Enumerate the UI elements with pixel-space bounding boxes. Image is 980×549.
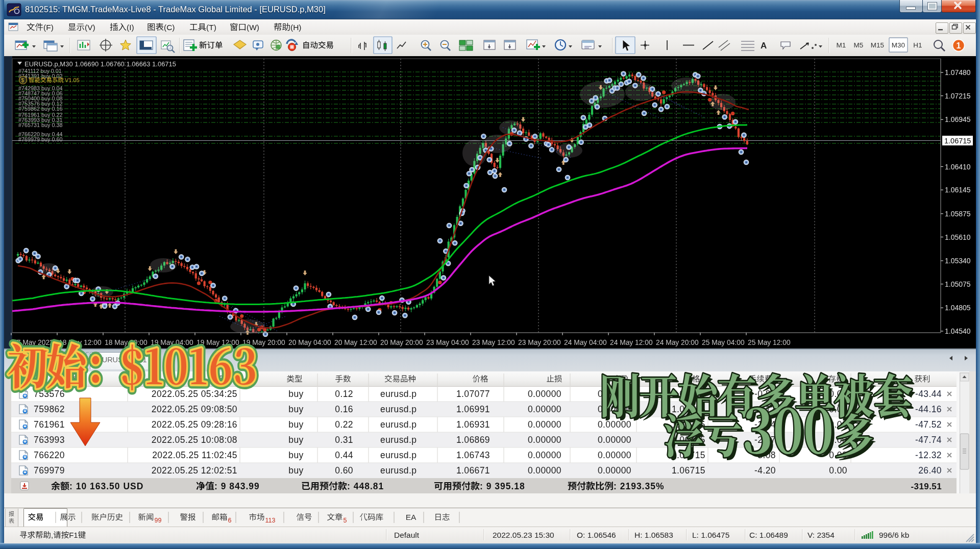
svg-text:Default: Default	[394, 531, 420, 539]
svg-text:: 9 395.18: : 9 395.18	[480, 481, 525, 491]
svg-text:0.00: 0.00	[829, 465, 847, 476]
svg-text:eurusd.p: eurusd.p	[380, 465, 416, 476]
svg-text:M5: M5	[854, 41, 864, 49]
svg-text:25 May 12:00: 25 May 12:00	[748, 339, 791, 346]
svg-text:H1: H1	[913, 41, 922, 49]
svg-text:: 448.81: : 448.81	[347, 481, 384, 491]
svg-text:F1: F1	[69, 531, 78, 539]
svg-text:#765731 buy 0.38: #765731 buy 0.38	[18, 122, 62, 128]
svg-text:buy: buy	[288, 450, 303, 460]
svg-text:1.07215: 1.07215	[945, 92, 971, 100]
svg-text:(C): (C)	[164, 23, 175, 32]
svg-text:: 2193.35%: : 2193.35%	[614, 481, 665, 491]
svg-text:1.06715: 1.06715	[944, 137, 971, 145]
svg-text:1.04540: 1.04540	[945, 327, 971, 335]
svg-text:: 10 163.50 USD: : 10 163.50 USD	[69, 481, 143, 491]
svg-text:2022.05.25 11:02:45: 2022.05.25 11:02:45	[152, 450, 237, 460]
svg-text:,: ,	[51, 531, 53, 539]
svg-text:113: 113	[265, 517, 276, 524]
svg-text:1.06671: 1.06671	[456, 465, 490, 476]
svg-text:buy: buy	[288, 435, 303, 445]
svg-text:1.06715: 1.06715	[672, 465, 705, 476]
svg-text:2022.05.23 15:30: 2022.05.23 15:30	[493, 531, 554, 539]
svg-text:5: 5	[344, 517, 347, 524]
svg-text:H: 1.06583: H: 1.06583	[634, 531, 673, 539]
svg-text:M1: M1	[837, 41, 846, 49]
svg-text:1.06743: 1.06743	[456, 450, 490, 460]
svg-text:#759862 buy 0.16: #759862 buy 0.16	[18, 106, 62, 112]
svg-text:769979: 769979	[34, 465, 65, 476]
svg-text:996/6 kb: 996/6 kb	[879, 531, 909, 539]
svg-text:V1.05: V1.05	[65, 77, 80, 83]
svg-text:99: 99	[155, 517, 162, 524]
svg-text:M15: M15	[871, 41, 884, 49]
svg-text:: 9 843.99: : 9 843.99	[214, 481, 260, 491]
svg-text:-319.51: -319.51	[911, 482, 942, 491]
svg-text:1.07480: 1.07480	[945, 68, 971, 77]
svg-text:1.05610: 1.05610	[945, 233, 971, 241]
svg-text:(V): (V)	[85, 23, 95, 32]
svg-text:M30: M30	[892, 41, 905, 49]
svg-text:1.04805: 1.04805	[945, 304, 971, 312]
svg-text:1.05340: 1.05340	[945, 257, 971, 265]
svg-text:2022.05.25 10:08:08: 2022.05.25 10:08:08	[152, 435, 237, 445]
svg-text:766220: 766220	[34, 450, 65, 460]
svg-text:#769979 buy 0.60: #769979 buy 0.60	[18, 136, 62, 142]
svg-text:buy: buy	[288, 419, 303, 430]
svg-text:-4.20: -4.20	[754, 465, 776, 476]
svg-text:1.06931: 1.06931	[456, 419, 490, 430]
svg-text:(H): (H)	[290, 23, 302, 32]
svg-text:0.31: 0.31	[335, 435, 353, 445]
svg-text:1.06410: 1.06410	[945, 163, 971, 171]
svg-text:6: 6	[228, 517, 232, 524]
svg-text:O: 1.06546: O: 1.06546	[577, 531, 616, 539]
svg-text:EA: EA	[406, 513, 416, 521]
svg-text:25 May 04:00: 25 May 04:00	[702, 339, 745, 346]
svg-text:0.22: 0.22	[335, 419, 353, 430]
svg-text:(T): (T)	[206, 23, 216, 32]
svg-text:2022.05.25 12:02:51: 2022.05.25 12:02:51	[152, 465, 237, 476]
svg-text:A: A	[761, 41, 767, 51]
svg-text:(W): (W)	[247, 23, 259, 32]
svg-text:eurusd.p: eurusd.p	[380, 419, 416, 430]
svg-text:1: 1	[957, 41, 961, 50]
svg-text:24 May 12:00: 24 May 12:00	[610, 339, 653, 346]
svg-text:763993: 763993	[34, 435, 65, 445]
svg-text:0.00000: 0.00000	[528, 465, 561, 476]
svg-text:24 May 20:00: 24 May 20:00	[656, 339, 699, 346]
svg-text:C: 1.06489: C: 1.06489	[749, 531, 788, 539]
svg-text:1.05875: 1.05875	[945, 210, 971, 218]
svg-text:V: 2354: V: 2354	[807, 531, 835, 539]
svg-text:2022.05.25 09:28:16: 2022.05.25 09:28:16	[152, 419, 237, 430]
svg-text:(F): (F)	[43, 23, 54, 32]
svg-text:26.40: 26.40	[918, 465, 942, 476]
svg-text:761961: 761961	[34, 419, 65, 430]
svg-text:eurusd.p: eurusd.p	[380, 435, 416, 445]
svg-text:0.00000: 0.00000	[598, 465, 631, 476]
svg-text:EURUSD.p,M30 1.06690 1.06760: EURUSD.p,M30 1.06690 1.06760 1.06663 1.0…	[24, 60, 176, 68]
svg-text:1.06145: 1.06145	[945, 186, 971, 194]
svg-text:buy: buy	[288, 465, 303, 476]
svg-text:0.44: 0.44	[335, 450, 353, 460]
svg-text:1.06869: 1.06869	[456, 435, 490, 445]
svg-text:(I): (I)	[127, 23, 134, 32]
svg-text:eurusd.p: eurusd.p	[380, 450, 416, 460]
svg-text:1.06945: 1.06945	[945, 115, 971, 123]
svg-text:$: $	[21, 78, 24, 83]
svg-text:1.05075: 1.05075	[945, 280, 971, 288]
svg-text:0.60: 0.60	[335, 465, 353, 476]
svg-text:L: 1.06475: L: 1.06475	[692, 531, 729, 539]
